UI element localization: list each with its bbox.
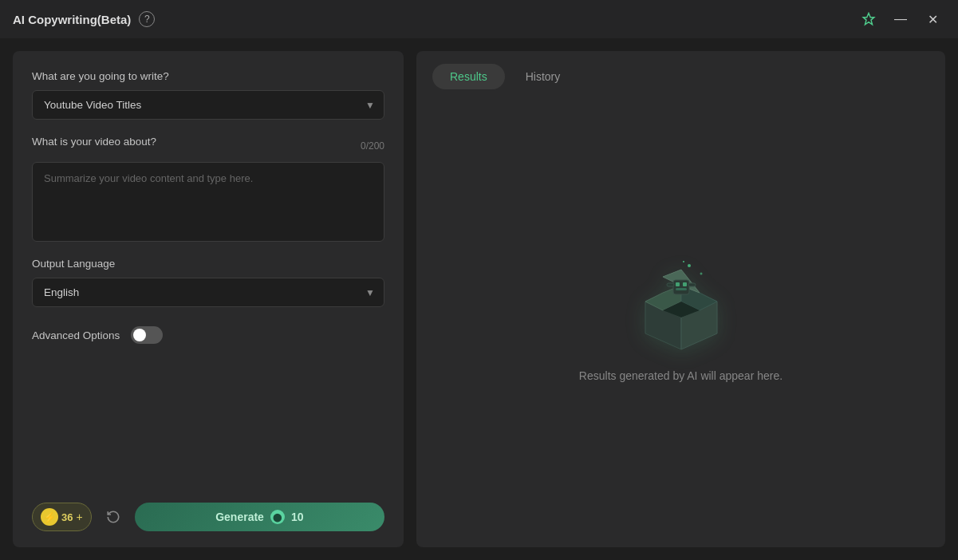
- svg-rect-11: [676, 282, 680, 286]
- title-bar: AI Copywriting(Beta) ? — ✕: [0, 0, 958, 38]
- credits-button[interactable]: ⚡ 36 +: [32, 503, 92, 531]
- close-button[interactable]: ✕: [920, 6, 945, 32]
- toggle-thumb: [133, 329, 146, 341]
- svg-point-8: [700, 273, 702, 275]
- toggle-track: [131, 326, 163, 344]
- video-textarea[interactable]: [32, 162, 384, 242]
- tab-results[interactable]: Results: [432, 64, 505, 89]
- output-lang-label: Output Language: [32, 258, 384, 270]
- credits-plus: +: [76, 511, 82, 523]
- svg-rect-12: [683, 282, 687, 286]
- title-bar-left: AI Copywriting(Beta) ?: [13, 11, 155, 27]
- generate-label: Generate: [215, 511, 264, 523]
- svg-rect-15: [688, 283, 696, 286]
- advanced-label: Advanced Options: [32, 329, 120, 341]
- credits-icon: ⚡: [41, 508, 58, 526]
- content-type-wrapper: Youtube Video Titles Blog Post Product D…: [32, 90, 384, 120]
- right-panel: Results History: [416, 51, 945, 547]
- credits-count: 36: [61, 511, 73, 523]
- svg-rect-13: [676, 288, 687, 290]
- app-title: AI Copywriting(Beta): [13, 13, 131, 26]
- svg-rect-14: [667, 283, 674, 286]
- generate-icon: ⬤: [270, 510, 285, 524]
- char-count: 0/200: [361, 140, 384, 152]
- bottom-bar: ⚡ 36 + Generate ⬤ 10: [32, 487, 384, 531]
- generate-credits: 10: [291, 511, 304, 523]
- pin-button[interactable]: [856, 6, 881, 32]
- title-bar-right: — ✕: [856, 6, 945, 32]
- main-layout: What are you going to write? Youtube Vid…: [0, 38, 958, 560]
- minimize-button[interactable]: —: [888, 6, 913, 32]
- refresh-button[interactable]: [100, 503, 127, 530]
- language-select[interactable]: English Spanish French German Japanese: [32, 278, 384, 307]
- content-type-select[interactable]: Youtube Video Titles Blog Post Product D…: [32, 90, 384, 120]
- help-icon[interactable]: ?: [139, 11, 155, 27]
- tabs-row: Results History: [432, 64, 929, 89]
- svg-point-9: [683, 261, 684, 262]
- tab-history[interactable]: History: [508, 64, 578, 89]
- video-section-header: What is your video about? 0/200: [32, 136, 384, 156]
- left-panel: What are you going to write? Youtube Vid…: [13, 51, 404, 547]
- empty-illustration: [629, 258, 733, 353]
- svg-point-7: [688, 264, 691, 267]
- results-empty-state: Results generated by AI will appear here…: [432, 105, 929, 534]
- advanced-toggle[interactable]: [131, 326, 163, 344]
- generate-button[interactable]: Generate ⬤ 10: [135, 503, 384, 531]
- advanced-options-row: Advanced Options: [32, 326, 384, 344]
- write-label: What are you going to write?: [32, 70, 384, 82]
- video-label: What is your video about?: [32, 136, 156, 148]
- svg-rect-10: [673, 280, 689, 294]
- empty-text: Results generated by AI will appear here…: [579, 369, 783, 382]
- language-wrapper: English Spanish French German Japanese ▼: [32, 278, 384, 307]
